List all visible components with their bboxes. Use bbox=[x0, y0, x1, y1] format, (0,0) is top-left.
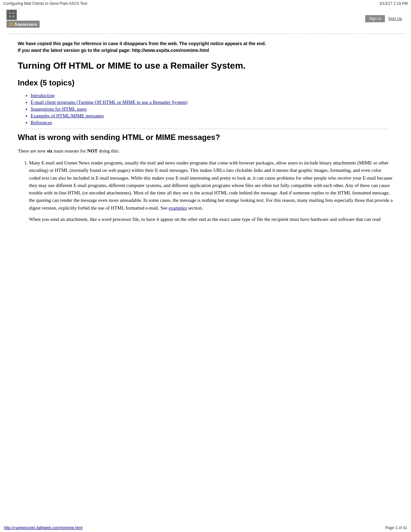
header: ♻ freeservers Sign In Sign Up bbox=[0, 7, 411, 30]
top-bar-title: Configuring Mail Clients to Send Plain A… bbox=[3, 1, 87, 6]
list-item: Examples of HTML/MIME messages bbox=[31, 113, 393, 119]
notice-text: We have copied this page for reference i… bbox=[18, 40, 393, 54]
logo-icon bbox=[6, 10, 17, 20]
logo-area: ♻ freeservers bbox=[6, 10, 40, 28]
section-divider bbox=[24, 129, 387, 129]
svg-rect-2 bbox=[12, 12, 14, 14]
leaf-icon: ♻ bbox=[9, 22, 13, 27]
index-heading: Index (5 topics) bbox=[18, 78, 393, 88]
index-list: Introduction E-mail client programs (Tur… bbox=[18, 93, 393, 125]
header-divider bbox=[6, 34, 405, 34]
reason-1-extra: When you send an attachment, like a word… bbox=[29, 216, 393, 223]
index-link-2[interactable]: E-mail client programs (Turning Off HTML… bbox=[31, 100, 188, 105]
section1-intro: There are now six main reasons for NOT d… bbox=[18, 147, 393, 155]
footer-bar: http://cypherpunks.faithweb.com/nomime.h… bbox=[0, 524, 411, 532]
list-item: Introduction bbox=[31, 93, 393, 98]
list-item: Suggestions for HTML users bbox=[31, 106, 393, 112]
top-bar-datetime: 3/13/17 2:19 PM bbox=[379, 1, 408, 6]
svg-rect-4 bbox=[12, 15, 14, 17]
sign-in-button[interactable]: Sign In bbox=[365, 15, 385, 22]
main-content: We have copied this page for reference i… bbox=[0, 37, 411, 235]
section1: What is wrong with sending HTML or MIME … bbox=[18, 132, 393, 223]
svg-rect-1 bbox=[9, 12, 11, 14]
examples-link[interactable]: examples bbox=[169, 205, 187, 211]
bold-not: NOT bbox=[87, 148, 98, 153]
footer-page: Page 1 of 41 bbox=[385, 526, 407, 530]
page-title: Turning Off HTML or MIME to use a Remail… bbox=[18, 60, 393, 71]
top-bar: Configuring Mail Clients to Send Plain A… bbox=[0, 0, 411, 7]
list-item: Many E-mail and Usenet News reader progr… bbox=[29, 159, 393, 223]
logo-icon-svg bbox=[8, 12, 15, 18]
sign-buttons: Sign In Sign Up bbox=[365, 15, 405, 22]
bold-six: six bbox=[47, 148, 53, 153]
list-item: References bbox=[31, 120, 393, 125]
reason-1-text: Many E-mail and Usenet News reader progr… bbox=[29, 160, 393, 211]
index-section: Index (5 topics) Introduction E-mail cli… bbox=[18, 78, 393, 125]
section1-heading: What is wrong with sending HTML or MIME … bbox=[18, 132, 393, 142]
footer-url[interactable]: http://cypherpunks.faithweb.com/nomime.h… bbox=[4, 526, 83, 530]
sign-up-button[interactable]: Sign Up bbox=[386, 15, 405, 22]
reasons-list: Many E-mail and Usenet News reader progr… bbox=[18, 159, 393, 223]
logo-brand: ♻ freeservers bbox=[6, 21, 40, 28]
svg-rect-3 bbox=[9, 15, 11, 17]
list-item: E-mail client programs (Turning Off HTML… bbox=[31, 100, 393, 105]
index-link-1[interactable]: Introduction bbox=[31, 93, 54, 98]
index-link-4[interactable]: Examples of HTML/MIME messages bbox=[31, 113, 104, 118]
index-link-3[interactable]: Suggestions for HTML users bbox=[31, 106, 87, 112]
logo-text: freeservers bbox=[15, 22, 37, 27]
index-link-5[interactable]: References bbox=[31, 120, 52, 125]
